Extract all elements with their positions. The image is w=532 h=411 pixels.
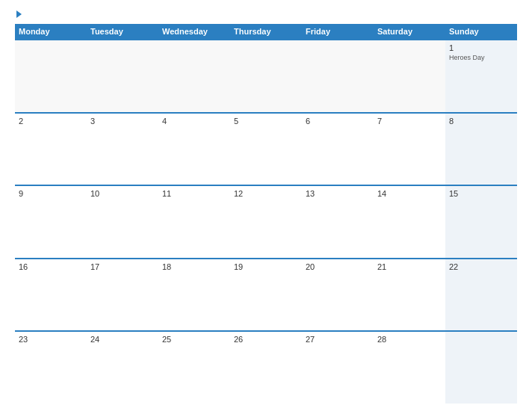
day-number: 23: [19, 335, 83, 344]
calendar-cell: [374, 40, 445, 112]
day-number: 19: [234, 262, 298, 271]
day-number: 15: [449, 189, 513, 198]
day-number: 28: [377, 335, 442, 344]
day-number: 4: [162, 117, 226, 126]
calendar-cell: 18: [158, 259, 230, 331]
calendar-cell: [230, 40, 302, 112]
day-number: 21: [377, 262, 442, 271]
calendar-week: 9101112131415: [15, 185, 517, 258]
calendar-cell: 20: [302, 259, 374, 331]
day-number: 18: [162, 262, 226, 271]
calendar-cell: 19: [230, 259, 302, 331]
day-number: 7: [377, 117, 442, 126]
day-number: 8: [449, 117, 513, 126]
calendar-week: 16171819202122: [15, 258, 517, 331]
day-number: 13: [306, 189, 370, 198]
calendar-cell: [15, 40, 87, 112]
header: [15, 11, 517, 18]
calendar-header: MondayTuesdayWednesdayThursdayFridaySatu…: [15, 24, 517, 39]
calendar-cell: 4: [158, 114, 230, 185]
calendar-cell: 28: [374, 332, 445, 404]
day-number: 26: [234, 335, 298, 344]
calendar-cell: 6: [302, 114, 374, 185]
calendar-cell: 1Heroes Day: [445, 40, 517, 112]
calendar-cell: 12: [230, 186, 302, 258]
day-number: 5: [234, 117, 298, 126]
calendar-cell: [445, 332, 517, 404]
calendar-header-cell: Monday: [15, 24, 87, 39]
calendar-header-cell: Wednesday: [158, 24, 230, 39]
day-number: 9: [19, 189, 83, 198]
calendar-cell: [302, 40, 374, 112]
calendar-week: 2345678: [15, 112, 517, 185]
calendar-cell: [87, 40, 158, 112]
calendar-cell: 10: [87, 186, 158, 258]
calendar-cell: 25: [158, 332, 230, 404]
calendar-cell: 16: [15, 259, 87, 331]
logo: [15, 11, 22, 18]
logo-blue-text: [15, 11, 22, 18]
logo-triangle-icon: [16, 10, 22, 18]
calendar-cell: 11: [158, 186, 230, 258]
calendar-cell: 2: [15, 114, 87, 185]
day-number: 12: [234, 189, 298, 198]
day-number: 14: [377, 189, 442, 198]
day-number: 11: [162, 189, 226, 198]
calendar-header-cell: Sunday: [445, 24, 517, 39]
calendar-cell: 23: [15, 332, 87, 404]
calendar-cell: [158, 40, 230, 112]
calendar-cell: 26: [230, 332, 302, 404]
day-number: 17: [90, 262, 155, 271]
calendar-header-cell: Tuesday: [87, 24, 158, 39]
day-number: 25: [162, 335, 226, 344]
day-number: 10: [90, 189, 155, 198]
calendar-cell: 8: [445, 114, 517, 185]
calendar-header-cell: Saturday: [374, 24, 445, 39]
calendar-header-cell: Friday: [302, 24, 374, 39]
calendar-cell: 17: [87, 259, 158, 331]
calendar-cell: 5: [230, 114, 302, 185]
calendar: MondayTuesdayWednesdayThursdayFridaySatu…: [15, 24, 517, 404]
day-number: 20: [306, 262, 370, 271]
day-number: 16: [19, 262, 83, 271]
calendar-cell: 7: [374, 114, 445, 185]
calendar-body: 1Heroes Day23456789101112131415161718192…: [15, 39, 517, 404]
calendar-cell: 15: [445, 186, 517, 258]
day-number: 1: [449, 43, 513, 52]
calendar-cell: 9: [15, 186, 87, 258]
calendar-cell: 14: [374, 186, 445, 258]
calendar-cell: 27: [302, 332, 374, 404]
day-number: 6: [306, 117, 370, 126]
day-number: 3: [90, 117, 155, 126]
calendar-event: Heroes Day: [449, 54, 513, 61]
day-number: 24: [90, 335, 155, 344]
calendar-cell: 3: [87, 114, 158, 185]
calendar-cell: 21: [374, 259, 445, 331]
calendar-week: 232425262728: [15, 330, 517, 404]
day-number: 2: [19, 117, 83, 126]
calendar-week: 1Heroes Day: [15, 39, 517, 112]
calendar-cell: 22: [445, 259, 517, 331]
calendar-cell: 24: [87, 332, 158, 404]
calendar-cell: 13: [302, 186, 374, 258]
day-number: 27: [306, 335, 370, 344]
day-number: 22: [449, 262, 513, 271]
page: MondayTuesdayWednesdayThursdayFridaySatu…: [0, 0, 532, 411]
calendar-header-cell: Thursday: [230, 24, 302, 39]
